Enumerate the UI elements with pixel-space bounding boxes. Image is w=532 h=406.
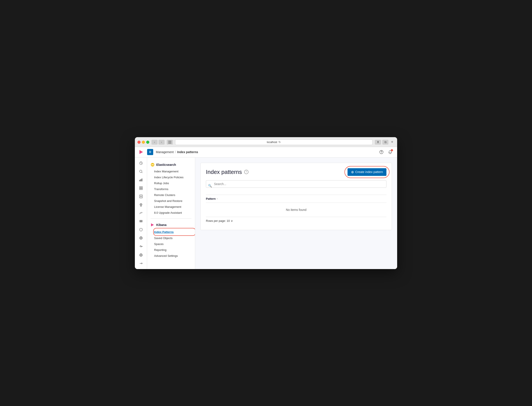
main-area: Elasticsearch Index Management Index Lif… [135, 158, 397, 269]
pattern-label: Pattern [206, 197, 216, 200]
sidebar-icon-visualize[interactable] [137, 176, 145, 184]
browser-actions: ⬆ ⧉ + [375, 140, 395, 145]
page-title: Index patterns [206, 169, 242, 175]
create-index-pattern-button[interactable]: ⊕ Create index pattern [348, 168, 386, 176]
maximize-traffic-light[interactable] [146, 141, 149, 144]
svg-rect-17 [140, 220, 142, 221]
rows-per-page-selector[interactable]: Rows per page: 10 ∨ [206, 219, 233, 223]
nav-sidebar: Elasticsearch Index Management Index Lif… [147, 158, 195, 269]
elasticsearch-section-header: Elasticsearch [147, 161, 195, 168]
svg-point-16 [141, 204, 142, 205]
rows-per-page-value: 10 [227, 219, 230, 223]
kibana-section-header: Kibana [147, 221, 195, 229]
nav-buttons: ‹ › [151, 140, 165, 145]
breadcrumb: Management / Index patterns [156, 150, 198, 154]
chevron-down-icon: ∨ [231, 219, 233, 223]
nav-snapshot-restore[interactable]: Snapshot and Restore [147, 198, 195, 204]
sidebar-icon-apm[interactable] [137, 242, 145, 250]
sidebar-icon-infrastructure[interactable] [137, 218, 145, 225]
kibana-logo [138, 149, 144, 155]
svg-point-20 [140, 237, 142, 239]
sidebar-icon-discover[interactable] [137, 167, 145, 175]
create-btn-plus-icon: ⊕ [351, 170, 354, 174]
svg-point-15 [140, 203, 142, 206]
url-text: localhost [267, 141, 277, 144]
svg-rect-12 [139, 188, 141, 190]
top-bar: D Management / Index patterns 1 [135, 147, 397, 158]
table-footer: Rows per page: 10 ∨ [206, 217, 386, 225]
svg-rect-9 [142, 179, 142, 181]
sort-asc-icon: ↑ [217, 197, 218, 200]
browser-window: ‹ › localhost ↻ ⬆ ⧉ + [135, 137, 397, 269]
elasticsearch-label: Elasticsearch [156, 163, 176, 167]
sidebar-icon-collapse[interactable] [137, 260, 145, 267]
close-traffic-light[interactable] [137, 141, 141, 144]
nav-transforms[interactable]: Transforms [147, 186, 195, 192]
sidebar-icon-canvas[interactable] [137, 193, 145, 200]
nav-license-management[interactable]: License Management [147, 204, 195, 210]
sidebar-icon-maps[interactable] [137, 201, 145, 209]
share-button[interactable]: ⬆ [375, 140, 381, 145]
kibana-section-logo [151, 223, 155, 227]
svg-rect-0 [168, 141, 171, 141]
new-tab-button[interactable]: + [390, 140, 395, 145]
duplicate-button[interactable]: ⧉ [382, 140, 388, 145]
content-panel: Index patterns ? ⊕ Create index pattern [200, 163, 392, 230]
nav-divider [151, 218, 192, 218]
sidebar-icon-security[interactable] [137, 226, 145, 234]
pattern-column-header[interactable]: Pattern ↑ [206, 197, 386, 200]
sidebar-icon-history[interactable] [137, 159, 145, 167]
breadcrumb-separator: / [175, 150, 176, 154]
svg-point-23 [151, 163, 154, 167]
create-button-wrapper: ⊕ Create index pattern [348, 168, 386, 176]
sidebar-icon-dev-tools[interactable] [137, 234, 145, 242]
sidebar-toggle-button[interactable] [167, 140, 173, 145]
svg-rect-13 [141, 188, 142, 190]
nav-spaces[interactable]: Spaces [147, 241, 195, 247]
nav-index-lifecycle[interactable]: Index Lifecycle Policies [147, 174, 195, 180]
svg-rect-1 [168, 142, 171, 142]
nav-upgrade-assistant[interactable]: 8.0 Upgrade Assistant [147, 210, 195, 216]
nav-saved-objects[interactable]: Saved Objects [147, 235, 195, 241]
traffic-lights [137, 141, 149, 144]
svg-rect-8 [141, 179, 141, 181]
address-bar[interactable]: localhost ↻ [175, 139, 373, 145]
svg-rect-2 [168, 143, 171, 144]
back-button[interactable]: ‹ [151, 140, 158, 145]
table-header: Pattern ↑ [206, 195, 386, 203]
nav-advanced-settings[interactable]: Advanced Settings [147, 253, 195, 259]
svg-rect-11 [141, 187, 142, 188]
elasticsearch-logo [151, 163, 155, 167]
nav-index-patterns[interactable]: Index Patterns [154, 230, 174, 234]
forward-button[interactable]: › [158, 140, 165, 145]
nav-remote-clusters[interactable]: Remote Clusters [147, 192, 195, 198]
help-button[interactable] [378, 149, 385, 156]
nav-reporting[interactable]: Reporting [147, 247, 195, 253]
content-header: Index patterns ? ⊕ Create index pattern [206, 168, 386, 176]
top-bar-icons: 1 [378, 149, 394, 156]
nav-index-management[interactable]: Index Management [147, 168, 195, 174]
sidebar-icon-management[interactable] [137, 251, 145, 259]
help-icon[interactable]: ? [244, 170, 248, 174]
search-wrapper: 🔍 [206, 180, 386, 191]
sidebar-icon-ml[interactable] [137, 209, 145, 217]
svg-rect-18 [140, 221, 142, 222]
search-input[interactable] [206, 180, 386, 188]
minimize-traffic-light[interactable] [142, 141, 145, 144]
rows-per-page-label: Rows per page: [206, 219, 226, 223]
page-title-row: Index patterns ? [206, 169, 248, 175]
notifications-button[interactable]: 1 [387, 149, 394, 156]
sidebar-icon-dashboard[interactable] [137, 184, 145, 192]
browser-titlebar: ‹ › localhost ↻ ⬆ ⧉ + [137, 139, 395, 145]
svg-rect-10 [139, 187, 141, 188]
svg-rect-7 [139, 180, 140, 181]
svg-point-22 [140, 254, 142, 255]
search-icon: 🔍 [208, 184, 212, 188]
user-avatar[interactable]: D [147, 149, 153, 155]
icon-sidebar [135, 158, 147, 269]
content-area: Index patterns ? ⊕ Create index pattern [195, 158, 397, 269]
svg-point-4 [381, 153, 382, 153]
nav-rollup-jobs[interactable]: Rollup Jobs [147, 180, 195, 186]
breadcrumb-management[interactable]: Management [156, 150, 174, 154]
reload-button[interactable]: ↻ [278, 140, 281, 144]
